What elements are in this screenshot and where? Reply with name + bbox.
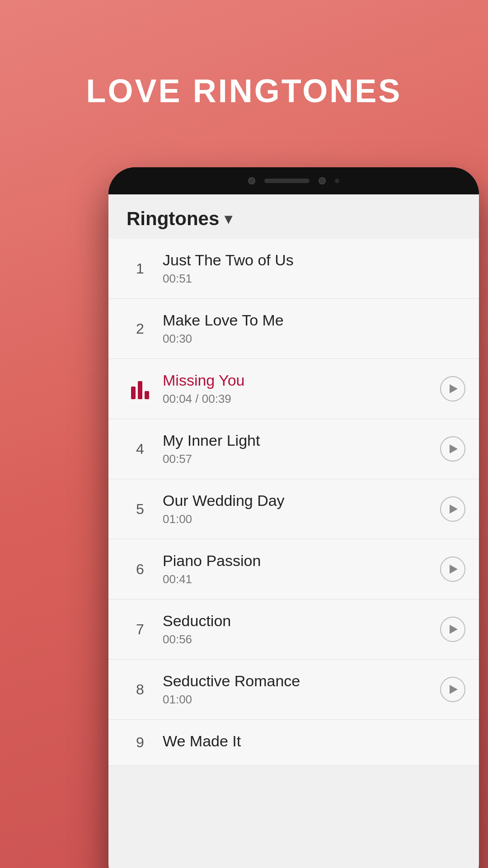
phone-frame: Ringtones ▾ 1 Just The Two of Us 00:51 2…: [108, 167, 479, 868]
list-item[interactable]: 9 We Made It: [108, 720, 479, 766]
app-title: LOVE RINGTONES: [0, 72, 488, 109]
item-number: 5: [127, 501, 154, 518]
list-item[interactable]: 6 Piano Passion 00:41: [108, 539, 479, 599]
item-number: 6: [127, 561, 154, 578]
notch-sensor: [335, 179, 339, 183]
play-button[interactable]: [440, 677, 465, 702]
item-number: 9: [127, 734, 154, 751]
list-item[interactable]: 5 Our Wedding Day 01:00: [108, 479, 479, 539]
item-info: We Made It: [154, 732, 465, 753]
ringtones-label: Ringtones: [127, 208, 219, 230]
play-icon: [450, 444, 458, 453]
item-info: My Inner Light 00:57: [154, 432, 431, 466]
list-item-playing[interactable]: Missing You 00:04 / 00:39: [108, 359, 479, 419]
play-icon: [450, 505, 458, 514]
chevron-down-icon: ▾: [225, 210, 232, 227]
item-name: Our Wedding Day: [163, 492, 431, 509]
notch-camera-right: [319, 177, 326, 184]
notch-camera-left: [248, 177, 255, 184]
play-icon: [450, 685, 458, 694]
item-number: 4: [127, 441, 154, 458]
list-item[interactable]: 2 Make Love To Me 00:30: [108, 299, 479, 359]
item-name-active: Missing You: [163, 372, 431, 389]
item-info: Our Wedding Day 01:00: [154, 492, 431, 526]
screen-title[interactable]: Ringtones ▾: [127, 208, 461, 230]
phone-notch: [108, 167, 479, 194]
item-info: Seduction 00:56: [154, 612, 431, 646]
eq-bar-1: [131, 387, 136, 399]
item-number: 2: [127, 321, 154, 337]
item-info: Make Love To Me 00:30: [154, 311, 465, 346]
item-name: We Made It: [163, 732, 465, 750]
item-duration: 01:00: [163, 512, 431, 526]
play-icon: [450, 565, 458, 574]
list-item[interactable]: 1 Just The Two of Us 00:51: [108, 239, 479, 299]
list-item[interactable]: 8 Seductive Romance 01:00: [108, 660, 479, 720]
item-duration: 01:00: [163, 693, 431, 707]
ringtone-list: 1 Just The Two of Us 00:51 2 Make Love T…: [108, 239, 479, 766]
list-item[interactable]: 4 My Inner Light 00:57: [108, 419, 479, 479]
play-icon: [450, 384, 458, 393]
play-icon: [450, 625, 458, 634]
screen-header: Ringtones ▾: [108, 194, 479, 239]
item-info: Just The Two of Us 00:51: [154, 251, 465, 286]
item-name: Make Love To Me: [163, 311, 465, 329]
item-duration: 00:30: [163, 332, 465, 346]
list-item[interactable]: 7 Seduction 00:56: [108, 599, 479, 660]
item-name: Piano Passion: [163, 552, 431, 570]
item-info: Seductive Romance 01:00: [154, 672, 431, 707]
item-number: 7: [127, 621, 154, 638]
item-number: 1: [127, 260, 154, 277]
eq-bar-3: [145, 391, 149, 399]
item-name: Seduction: [163, 612, 431, 630]
phone-screen: Ringtones ▾ 1 Just The Two of Us 00:51 2…: [108, 194, 479, 868]
item-name: My Inner Light: [163, 432, 431, 449]
item-name: Just The Two of Us: [163, 251, 465, 269]
play-button[interactable]: [440, 557, 465, 582]
item-info: Piano Passion 00:41: [154, 552, 431, 586]
item-duration: 00:04 / 00:39: [163, 392, 431, 406]
item-name: Seductive Romance: [163, 672, 431, 690]
item-duration: 00:57: [163, 452, 431, 466]
item-duration: 00:41: [163, 572, 431, 586]
notch-speaker: [264, 179, 310, 183]
item-duration: 00:51: [163, 272, 465, 286]
item-duration: 00:56: [163, 632, 431, 646]
item-info: Missing You 00:04 / 00:39: [154, 372, 431, 406]
item-number: 8: [127, 681, 154, 698]
playing-bars-icon: [127, 379, 154, 399]
play-button[interactable]: [440, 376, 465, 401]
play-button[interactable]: [440, 436, 465, 462]
eq-bar-2: [138, 381, 142, 399]
play-button[interactable]: [440, 496, 465, 522]
play-button[interactable]: [440, 617, 465, 642]
